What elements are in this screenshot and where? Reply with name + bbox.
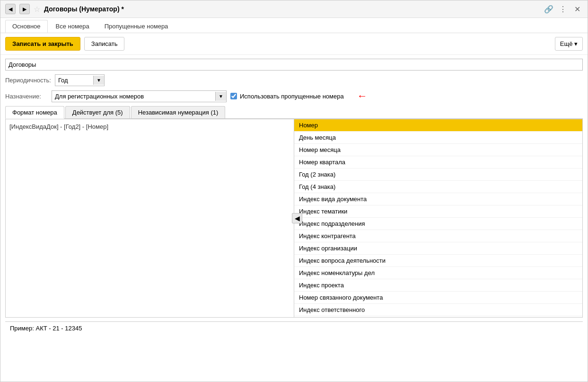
- designation-select-wrapper: Для регистрационных номеров ▼: [52, 90, 227, 102]
- save-close-button[interactable]: Записать и закрыть: [5, 37, 80, 51]
- content-area: Периодичность: Год ▼ Назначение: Для рег…: [0, 55, 588, 382]
- list-item[interactable]: Номер квартала: [294, 156, 582, 169]
- inner-tab-applies[interactable]: Действует для (5): [65, 106, 130, 118]
- title-actions: 🔗 ⋮ ✕: [543, 3, 583, 15]
- example-text: Пример: АКТ - 21 - 12345: [10, 325, 82, 332]
- list-item[interactable]: Год (4 знака): [294, 181, 582, 193]
- insert-button[interactable]: ◀: [292, 213, 302, 223]
- link-button[interactable]: 🔗: [543, 3, 554, 15]
- periodicity-select-wrapper: Год ▼: [55, 74, 105, 86]
- use-skipped-row: Использовать пропущенные номера: [230, 93, 344, 100]
- more-menu-button[interactable]: ⋮: [557, 3, 569, 15]
- two-panel: [ИндексВидаДок] - [Год2] - [Номер] ◀ Ном…: [5, 119, 583, 318]
- inner-tabs-bar: Формат номера Действует для (5) Независи…: [5, 106, 583, 119]
- list-item[interactable]: Год (2 знака): [294, 169, 582, 181]
- title-bar: ◀ ▶ ☆ Договоры (Нумератор) * 🔗 ⋮ ✕: [0, 0, 588, 18]
- inner-tab-independent[interactable]: Независимая нумерация (1): [131, 106, 226, 118]
- close-button[interactable]: ✕: [571, 3, 583, 15]
- toolbar: Записать и закрыть Записать Ещё ▾: [0, 33, 588, 55]
- window-title: Договоры (Нумератор) *: [44, 5, 539, 13]
- list-item[interactable]: Индекс организации: [294, 242, 582, 255]
- list-item[interactable]: Индекс вопроса деятельности: [294, 255, 582, 267]
- tab-skipped-numbers[interactable]: Пропущенные номера: [97, 20, 176, 33]
- list-item[interactable]: Номер связанного документа: [294, 292, 582, 304]
- tab-osnovnoe[interactable]: Основное: [5, 20, 48, 33]
- format-text: [ИндексВидаДок] - [Год2] - [Номер]: [9, 123, 108, 130]
- inner-tab-format[interactable]: Формат номера: [5, 106, 64, 119]
- name-input[interactable]: [5, 59, 583, 71]
- list-item[interactable]: Индекс тематики: [294, 205, 582, 218]
- red-arrow-annotation: ←: [357, 90, 368, 102]
- list-item[interactable]: Индекс номенклатуры дел: [294, 267, 582, 279]
- list-item[interactable]: Номер: [294, 119, 582, 132]
- bottom-bar: Пример: АКТ - 21 - 12345: [5, 321, 583, 335]
- inner-content: Формат номера Действует для (5) Независи…: [5, 106, 583, 318]
- list-item[interactable]: Индекс проекта: [294, 279, 582, 292]
- list-item[interactable]: Номер месяца: [294, 144, 582, 156]
- list-item[interactable]: День месяца: [294, 132, 582, 144]
- designation-label: Назначение:: [5, 93, 48, 100]
- left-panel: [ИндексВидаДок] - [Год2] - [Номер] ◀: [6, 119, 294, 317]
- periodicity-value: Год: [55, 75, 93, 86]
- list-item[interactable]: Индекс ответственного: [294, 304, 582, 316]
- periodicity-label: Периодичность:: [5, 77, 51, 84]
- tab-all-numbers[interactable]: Все номера: [49, 20, 97, 33]
- list-item[interactable]: Индекс вида документа: [294, 193, 582, 205]
- back-button[interactable]: ◀: [5, 4, 16, 14]
- periodicity-row: Периодичность: Год ▼: [5, 74, 583, 86]
- use-skipped-checkbox[interactable]: [230, 93, 237, 99]
- name-row: [5, 59, 583, 71]
- designation-arrow-btn[interactable]: ▼: [215, 92, 226, 101]
- forward-button[interactable]: ▶: [19, 4, 30, 14]
- periodicity-arrow-btn[interactable]: ▼: [93, 76, 104, 85]
- use-skipped-label: Использовать пропущенные номера: [240, 93, 344, 100]
- tabs-bar: Основное Все номера Пропущенные номера: [0, 18, 588, 33]
- main-window: ◀ ▶ ☆ Договоры (Нумератор) * 🔗 ⋮ ✕ Основ…: [0, 0, 588, 382]
- list-item[interactable]: Индекс подразделения: [294, 218, 582, 230]
- right-panel: Номер День месяца Номер месяца Номер ква…: [294, 119, 582, 317]
- list-items: Номер День месяца Номер месяца Номер ква…: [294, 119, 582, 316]
- designation-value: Для регистрационных номеров: [52, 91, 215, 102]
- designation-row: Назначение: Для регистрационных номеров …: [5, 90, 583, 102]
- star-icon[interactable]: ☆: [34, 5, 40, 14]
- list-item[interactable]: Индекс контрагента: [294, 230, 582, 242]
- save-button[interactable]: Записать: [84, 37, 125, 51]
- more-button[interactable]: Ещё ▾: [555, 37, 583, 51]
